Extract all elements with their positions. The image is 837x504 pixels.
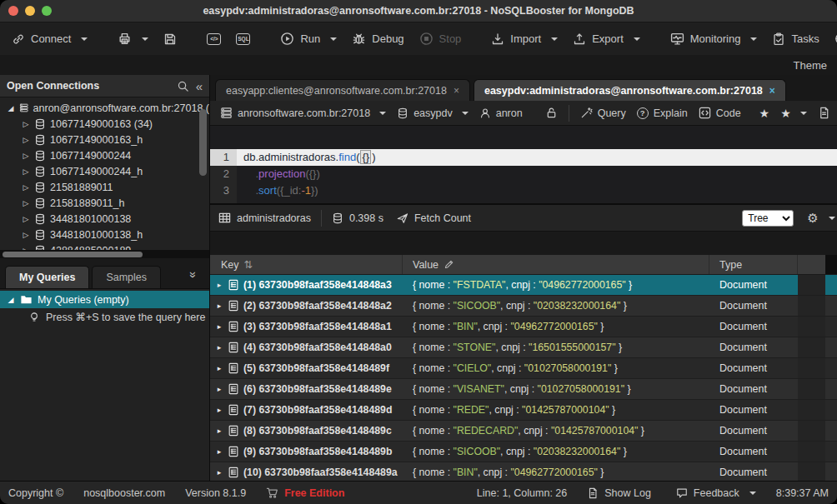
breadcrumb-server[interactable]: anronsoftware.com.br:27018 (218, 107, 388, 119)
export-button[interactable]: Export (571, 29, 642, 49)
favorites-menu-button[interactable]: ★ (779, 107, 809, 119)
import-button[interactable]: Import (489, 29, 559, 49)
row-key: (1) 63730b98faaf358e414848a3 (243, 279, 392, 291)
datagen-button[interactable]: DataGen (833, 28, 837, 49)
connection-root[interactable]: ◢ anron@anronsoftware.com.br:27018 ( (0, 100, 209, 116)
expand-row-icon[interactable]: ▸ (215, 343, 223, 352)
tree-collapsed-icon[interactable]: ▷ (22, 199, 30, 207)
database-item[interactable]: ▷21581889011_h (0, 195, 209, 211)
run-button[interactable]: Run (278, 28, 338, 49)
code-editor[interactable]: 1 db.administradoras.find({}) 2 .project… (210, 126, 837, 205)
favorite-button[interactable]: ★ (758, 107, 772, 119)
unlock-button[interactable] (544, 107, 559, 119)
database-item[interactable]: ▷21581889011 (0, 179, 209, 195)
sidebar-horizontal-scrollbar[interactable] (3, 252, 143, 257)
close-tab-icon[interactable]: × (769, 86, 775, 96)
minimize-window-button[interactable] (25, 6, 35, 16)
expand-row-icon[interactable]: ▸ (215, 468, 223, 477)
expand-row-icon[interactable]: ▸ (215, 281, 223, 289)
database-item[interactable]: ▷10677149000163 (34) (0, 116, 209, 132)
table-row[interactable]: ▸(2) 63730b98faaf358e414848a2 { nome : "… (210, 296, 837, 317)
connect-button[interactable]: Connect (10, 29, 89, 49)
results-settings-button[interactable]: ⚙ (802, 211, 837, 225)
monitoring-button[interactable]: Monitoring (669, 28, 759, 49)
column-header-value[interactable]: Value (403, 255, 709, 274)
breadcrumb-user[interactable]: anron (478, 107, 524, 119)
code-tag-glyph: </> (210, 36, 218, 42)
column-header-key[interactable]: Key ⇅ (210, 255, 403, 274)
expand-row-icon[interactable]: ▸ (215, 427, 223, 435)
theme-button[interactable]: Theme (794, 59, 827, 72)
my-queries-root-item[interactable]: ◢ My Queries (empty) (0, 291, 209, 308)
results-gap (210, 232, 837, 255)
feedback-button[interactable]: Feedback (671, 487, 761, 500)
tree-collapsed-icon[interactable]: ▷ (22, 183, 30, 192)
table-row[interactable]: ▸(4) 63730b98faaf358e414848a0 { nome : "… (210, 337, 837, 358)
breadcrumb-separator (569, 105, 569, 122)
table-row[interactable]: ▸(1) 63730b98faaf358e414848a3 { nome : "… (210, 275, 837, 296)
close-window-button[interactable] (8, 6, 18, 16)
code-line-2[interactable]: 2 .projection({}) (210, 166, 837, 182)
tree-collapsed-icon[interactable]: ▷ (22, 215, 30, 223)
tree-collapsed-icon[interactable]: ▷ (22, 136, 30, 144)
chevron-down-icon (462, 112, 469, 115)
table-row[interactable]: ▸(10) 63730b98faaf358e4148489a { nome : … (210, 462, 837, 481)
tree-expanded-icon[interactable]: ◢ (7, 104, 15, 112)
expand-row-icon[interactable]: ▸ (215, 364, 223, 372)
database-item[interactable]: ▷10677149000244_h (0, 163, 209, 179)
fetch-count-button[interactable]: Fetch Count (392, 212, 476, 225)
show-log-button[interactable]: Show Log (582, 487, 656, 500)
debug-button[interactable]: Debug (350, 28, 405, 49)
sidebar-vertical-scrollbar[interactable] (199, 109, 207, 176)
table-row[interactable]: ▸(3) 63730b98faaf358e414848a1 { nome : "… (210, 317, 837, 337)
table-row[interactable]: ▸(6) 63730b98faaf358e4148489e { nome : "… (210, 379, 837, 400)
code-line-4[interactable]: 4 .limit(100) (210, 199, 837, 205)
breadcrumb-database[interactable]: easypdv (395, 107, 470, 119)
tree-collapsed-icon[interactable]: ▷ (22, 231, 30, 239)
database-item[interactable]: ▷34481801000138 (0, 211, 209, 227)
query-builder-button[interactable]: Query (579, 107, 628, 119)
result-view-select[interactable]: Tree (742, 210, 794, 227)
website-link[interactable]: nosqlbooster.com (78, 487, 170, 500)
column-header-type[interactable]: Type (709, 255, 798, 274)
tree-collapsed-icon[interactable]: ▷ (22, 120, 30, 128)
code-line-3[interactable]: 3 .sort({_id:-1}) (210, 182, 837, 199)
tab-samples[interactable]: Samples (92, 266, 161, 288)
explain-button[interactable]: ? Explain (635, 107, 689, 119)
search-button[interactable] (177, 80, 189, 92)
table-row[interactable]: ▸(8) 63730b98faaf358e4148489c { nome : "… (210, 421, 837, 442)
collapse-sidebar-button[interactable]: « (196, 80, 203, 92)
tree-expanded-icon[interactable]: ◢ (7, 296, 15, 304)
code-token: ) (372, 151, 375, 163)
code-token: 1 (305, 184, 311, 197)
snippets-button[interactable] (816, 107, 837, 119)
expand-row-icon[interactable]: ▸ (215, 406, 223, 414)
tree-collapsed-icon[interactable]: ▷ (22, 167, 30, 176)
expand-row-icon[interactable]: ▸ (215, 385, 223, 393)
database-item[interactable]: ▷10677149000244 (0, 147, 209, 163)
connections-header: Open Connections « (0, 75, 209, 97)
code-button[interactable]: Code (697, 107, 743, 119)
code-line-1[interactable]: 1 db.administradoras.find({}) (210, 149, 837, 166)
table-row[interactable]: ▸(7) 63730b98faaf358e4148489d { nome : "… (210, 400, 837, 421)
collapse-panel-button[interactable]: » (186, 267, 201, 282)
save-button[interactable] (162, 29, 178, 49)
table-row[interactable]: ▸(9) 63730b98faaf358e4148489b { nome : "… (210, 442, 837, 462)
close-tab-icon[interactable]: × (454, 86, 459, 96)
tree-collapsed-icon[interactable]: ▷ (22, 152, 30, 160)
tab-my-queries[interactable]: My Queries (5, 266, 89, 288)
expand-row-icon[interactable]: ▸ (215, 322, 223, 331)
expand-row-icon[interactable]: ▸ (215, 447, 223, 456)
expand-row-icon[interactable]: ▸ (215, 302, 223, 310)
tab-easyapp-clientes[interactable]: easyapp:clientes@anronsoftware.com.br:27… (215, 79, 470, 101)
database-item[interactable]: ▷34481801000138_h (0, 227, 209, 242)
tasks-button[interactable]: Tasks (770, 29, 820, 49)
free-edition-button[interactable]: Free Edition (261, 486, 349, 500)
table-row[interactable]: ▸(5) 63730b98faaf358e4148489f { nome : "… (210, 358, 837, 379)
code-editor-button[interactable]: </> (205, 30, 223, 48)
database-item[interactable]: ▷10677149000163_h (0, 132, 209, 147)
zoom-window-button[interactable] (42, 6, 52, 16)
sql-query-button[interactable]: SQL (234, 30, 252, 48)
tab-easypdv-administradoras[interactable]: easypdv:administradoras@anronsoftware.co… (474, 79, 786, 101)
open-script-button[interactable] (116, 28, 150, 49)
